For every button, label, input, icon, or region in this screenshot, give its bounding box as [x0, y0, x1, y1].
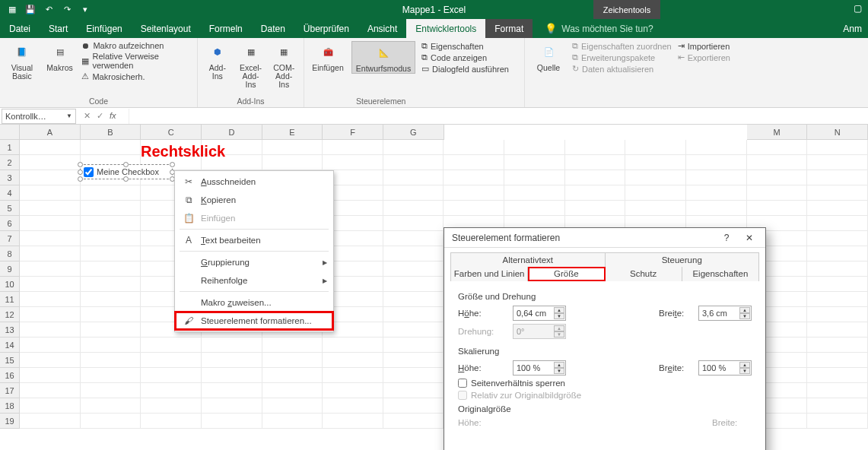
scale-width-input[interactable]: 100 %▲▼ — [698, 360, 752, 376]
tab-einfuegen[interactable]: Einfügen — [77, 19, 131, 38]
col-E[interactable]: E — [262, 125, 323, 140]
undo-icon[interactable]: ↶ — [43, 4, 55, 16]
excel-addins-button[interactable]: ▦Excel- Add-Ins — [237, 41, 265, 89]
row-5[interactable]: 5 — [0, 201, 20, 216]
design-mode-button[interactable]: 📐Entwurfsmodus — [351, 41, 415, 74]
column-headers[interactable]: A B C D E F G M N — [20, 125, 868, 140]
chevron-down-icon[interactable]: ▼ — [66, 112, 72, 119]
menu-order[interactable]: Reihenfolge▶ — [175, 271, 333, 290]
row-14[interactable]: 14 — [0, 338, 20, 353]
visual-basic-button[interactable]: 📘Visual Basic — [6, 41, 38, 81]
row-8[interactable]: 8 — [0, 246, 20, 261]
menu-edit-text[interactable]: AText bearbeiten — [175, 231, 333, 249]
name-box[interactable]: Kontrollk… ▼ — [2, 109, 76, 124]
scale-height-input[interactable]: 100 %▲▼ — [513, 360, 566, 376]
row-12[interactable]: 12 — [0, 307, 20, 322]
menu-assign-macro[interactable]: Makro zuweisen... — [175, 293, 333, 312]
import-button[interactable]: ⇥Importieren — [678, 41, 730, 51]
select-all-corner[interactable] — [0, 125, 20, 140]
row-15[interactable]: 15 — [0, 353, 20, 368]
dialog-titlebar[interactable]: Steuerelement formatieren ? ✕ — [444, 228, 765, 248]
close-button[interactable]: ✕ — [738, 230, 761, 246]
macros-button[interactable]: ▤Makros — [44, 41, 76, 72]
dlg-tab-schutz[interactable]: Schutz — [606, 267, 682, 281]
tab-ansicht[interactable]: Ansicht — [358, 19, 406, 38]
row-7[interactable]: 7 — [0, 231, 20, 246]
row-3[interactable]: 3 — [0, 170, 20, 185]
menu-format-control[interactable]: 🖌Steuerelement formatieren... — [175, 312, 333, 330]
com-addins-button[interactable]: ▦COM- Add-Ins — [270, 41, 297, 89]
tab-entwicklertools[interactable]: Entwicklertools — [406, 19, 485, 38]
col-C[interactable]: C — [141, 125, 202, 140]
help-button[interactable]: ? — [715, 230, 738, 246]
addins-button[interactable]: ⬢Add- Ins — [204, 41, 231, 81]
checkbox-input[interactable] — [84, 167, 94, 177]
row-9[interactable]: 9 — [0, 261, 20, 277]
row-headers[interactable]: 12345678910111213141516171819 — [0, 140, 20, 429]
cancel-formula-icon[interactable]: ✕ — [84, 111, 91, 121]
redo-icon[interactable]: ↷ — [61, 4, 73, 16]
row-11[interactable]: 11 — [0, 292, 20, 307]
col-B[interactable]: B — [81, 125, 141, 140]
col-D[interactable]: D — [202, 125, 262, 140]
col-G[interactable]: G — [383, 125, 444, 140]
row-4[interactable]: 4 — [0, 185, 20, 201]
resize-handle[interactable] — [123, 176, 129, 182]
accept-formula-icon[interactable]: ✓ — [97, 111, 103, 121]
save-icon[interactable]: 💾 — [24, 4, 37, 16]
row-10[interactable]: 10 — [0, 277, 20, 292]
row-19[interactable]: 19 — [0, 414, 20, 429]
width-input[interactable]: 3,6 cm▲▼ — [698, 306, 752, 321]
resize-handle[interactable] — [123, 162, 129, 167]
tab-start[interactable]: Start — [40, 19, 77, 38]
row-1[interactable]: 1 — [0, 140, 20, 155]
dlg-tab-eigenschaften[interactable]: Eigenschaften — [682, 267, 758, 281]
qat-customize-icon[interactable]: ▾ — [79, 4, 91, 16]
ribbon-options-icon[interactable]: ▢ — [854, 3, 862, 14]
run-dialog-button[interactable]: ▭Dialogfeld ausführen — [421, 64, 509, 74]
col-N[interactable]: N — [807, 125, 868, 140]
properties-button[interactable]: ⧉Eigenschaften — [421, 41, 509, 51]
fx-label[interactable]: fx — [110, 111, 121, 121]
dlg-tab-steuerung[interactable]: Steuerung — [606, 253, 759, 267]
resize-handle[interactable] — [78, 176, 83, 182]
menu-cut[interactable]: ✂Ausschneiden — [175, 173, 333, 191]
tab-format[interactable]: Format — [485, 19, 533, 38]
tab-ueberpruefen[interactable]: Überprüfen — [294, 19, 358, 38]
tell-me[interactable]: 💡 Was möchten Sie tun? — [533, 19, 653, 38]
properties-icon: ⧉ — [421, 41, 428, 51]
menu-copy[interactable]: ⧉Kopieren — [175, 191, 333, 209]
sign-in-label[interactable]: Anm — [843, 19, 868, 38]
col-M[interactable]: M — [747, 125, 808, 140]
dlg-tab-farben[interactable]: Farben und Linien — [451, 267, 528, 281]
row-2[interactable]: 2 — [0, 155, 20, 170]
relative-references-button[interactable]: ▦Relative Verweise verwenden — [81, 52, 191, 70]
dlg-tab-alternativtext[interactable]: Alternativtext — [451, 253, 606, 267]
record-macro-button[interactable]: ⏺Makro aufzeichnen — [81, 41, 191, 50]
tab-daten[interactable]: Daten — [252, 19, 294, 38]
tab-datei[interactable]: Datei — [0, 19, 40, 38]
view-code-button[interactable]: ⧉Code anzeigen — [421, 52, 509, 62]
row-17[interactable]: 17 — [0, 383, 20, 398]
col-A[interactable]: A — [20, 125, 81, 140]
checkbox-control[interactable]: Meine Checkbox — [80, 164, 173, 179]
source-button[interactable]: 📄Quelle — [531, 41, 566, 72]
dlg-tab-groesse[interactable]: Größe — [528, 267, 605, 281]
row-13[interactable]: 13 — [0, 322, 20, 338]
resize-handle[interactable] — [170, 162, 175, 167]
height-input[interactable]: 0,64 cm▲▼ — [513, 306, 566, 321]
worksheet-grid[interactable]: A B C D E F G M N 1234567891011121314151… — [0, 125, 868, 450]
row-6[interactable]: 6 — [0, 216, 20, 231]
tab-formeln[interactable]: Formeln — [200, 19, 252, 38]
formula-input[interactable] — [129, 109, 868, 124]
resize-handle[interactable] — [78, 170, 83, 175]
tab-seitenlayout[interactable]: Seitenlayout — [132, 19, 200, 38]
menu-group[interactable]: Gruppierung▶ — [175, 253, 333, 271]
macro-security-button[interactable]: ⚠Makrosicherh. — [81, 71, 191, 81]
insert-control-button[interactable]: 🧰Einfügen — [310, 41, 345, 72]
resize-handle[interactable] — [78, 162, 83, 167]
lock-aspect-checkbox[interactable]: Seitenverhältnis sperren — [458, 379, 752, 388]
row-16[interactable]: 16 — [0, 368, 20, 383]
col-F[interactable]: F — [323, 125, 383, 140]
row-18[interactable]: 18 — [0, 398, 20, 414]
